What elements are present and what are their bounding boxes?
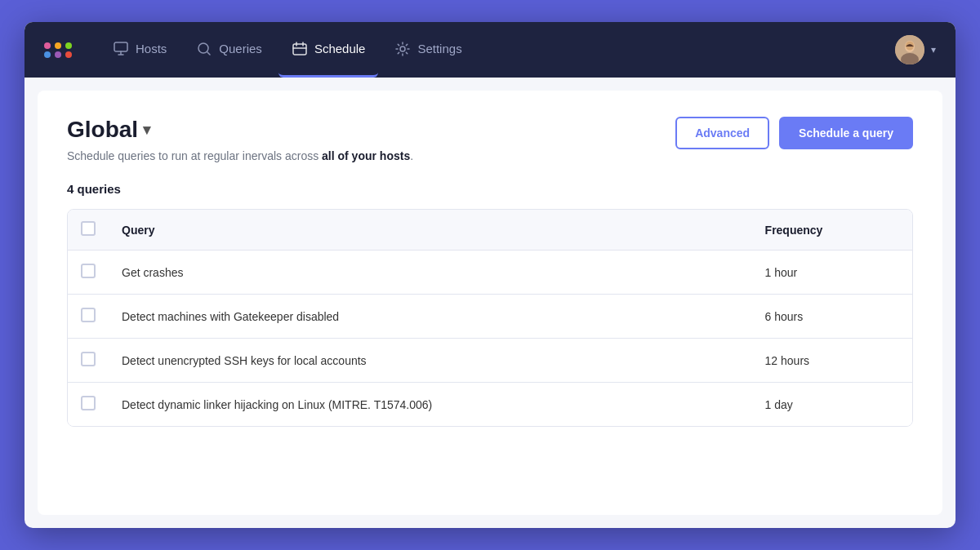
nav-label-queries: Queries: [219, 42, 262, 55]
col-frequency-header: Frequency: [752, 210, 912, 251]
table-body: Get crashes 1 hour Detect machines with …: [68, 251, 912, 427]
logo-dot-2: [55, 42, 61, 49]
nav-item-hosts[interactable]: Hosts: [100, 22, 180, 78]
table-header-row: Query Frequency: [68, 210, 912, 251]
row-frequency: 6 hours: [752, 295, 912, 339]
logo-dot-5: [55, 51, 61, 58]
nav-label-schedule: Schedule: [314, 42, 366, 55]
row-checkbox[interactable]: [81, 352, 96, 366]
queries-table: Query Frequency Get crashes 1 hour Detec…: [68, 210, 912, 426]
row-checkbox[interactable]: [81, 308, 96, 322]
queries-count: 4 queries: [67, 182, 913, 196]
logo-dot-1: [44, 42, 51, 49]
row-query-name[interactable]: Detect dynamic linker hijacking on Linux…: [109, 383, 752, 427]
subtitle-prefix: Schedule queries to run at regular inerv…: [67, 149, 322, 162]
col-checkbox-header: [68, 210, 109, 251]
svg-rect-0: [114, 42, 127, 51]
logo-dot-6: [65, 51, 72, 58]
title-chevron-icon: ▾: [143, 121, 150, 139]
nav-item-queries[interactable]: Queries: [183, 22, 275, 78]
page-title-group: Global ▾ Schedule queries to run at regu…: [67, 117, 413, 162]
row-query-name[interactable]: Get crashes: [109, 251, 752, 295]
row-checkbox-cell: [68, 295, 109, 339]
col-query-header: Query: [109, 210, 752, 251]
select-all-checkbox[interactable]: [81, 221, 96, 236]
app-logo: [44, 42, 74, 58]
row-frequency: 12 hours: [752, 339, 912, 383]
row-checkbox-cell: [68, 383, 109, 427]
row-frequency: 1 day: [752, 383, 912, 427]
row-checkbox[interactable]: [81, 264, 96, 278]
page-title-text: Global: [67, 117, 138, 143]
table-row: Detect unencrypted SSH keys for local ac…: [68, 339, 912, 383]
row-checkbox-cell: [68, 339, 109, 383]
logo-dot-4: [44, 51, 51, 58]
queries-table-container: Query Frequency Get crashes 1 hour Detec…: [67, 209, 913, 427]
svg-point-1: [198, 43, 208, 53]
avatar-image: [895, 35, 924, 64]
header-actions: Advanced Schedule a query: [675, 117, 913, 149]
subtitle-suffix: .: [410, 149, 413, 162]
row-checkbox[interactable]: [81, 396, 96, 410]
table-row: Get crashes 1 hour: [68, 251, 912, 295]
row-frequency: 1 hour: [752, 251, 912, 295]
schedule-query-button[interactable]: Schedule a query: [779, 117, 913, 149]
queries-icon: [196, 41, 212, 57]
row-query-name[interactable]: Detect unencrypted SSH keys for local ac…: [109, 339, 752, 383]
row-query-name[interactable]: Detect machines with Gatekeeper disabled: [109, 295, 752, 339]
avatar[interactable]: [895, 35, 924, 64]
row-checkbox-cell: [68, 251, 109, 295]
svg-point-3: [400, 47, 405, 51]
logo-dot-3: [65, 42, 72, 49]
hosts-icon: [113, 41, 129, 57]
nav-label-settings: Settings: [417, 42, 461, 55]
svg-rect-2: [293, 44, 306, 55]
schedule-icon: [292, 41, 308, 57]
table-row: Detect dynamic linker hijacking on Linux…: [68, 383, 912, 427]
nav-item-settings[interactable]: Settings: [381, 22, 474, 78]
page-header: Global ▾ Schedule queries to run at regu…: [67, 117, 913, 162]
nav-right: ▾: [895, 35, 936, 64]
page-subtitle: Schedule queries to run at regular inerv…: [67, 149, 413, 162]
main-content: Global ▾ Schedule queries to run at regu…: [38, 91, 942, 515]
navbar: Hosts Queries Schedule: [24, 22, 956, 78]
page-title[interactable]: Global ▾: [67, 117, 413, 143]
subtitle-bold: all of your hosts: [322, 149, 410, 162]
user-menu-chevron[interactable]: ▾: [931, 44, 936, 55]
nav-items: Hosts Queries Schedule: [100, 22, 895, 78]
nav-label-hosts: Hosts: [136, 42, 167, 55]
nav-item-schedule[interactable]: Schedule: [278, 22, 379, 78]
app-window: Hosts Queries Schedule: [24, 22, 956, 528]
advanced-button[interactable]: Advanced: [675, 117, 769, 149]
table-row: Detect machines with Gatekeeper disabled…: [68, 295, 912, 339]
settings-icon: [394, 41, 411, 57]
